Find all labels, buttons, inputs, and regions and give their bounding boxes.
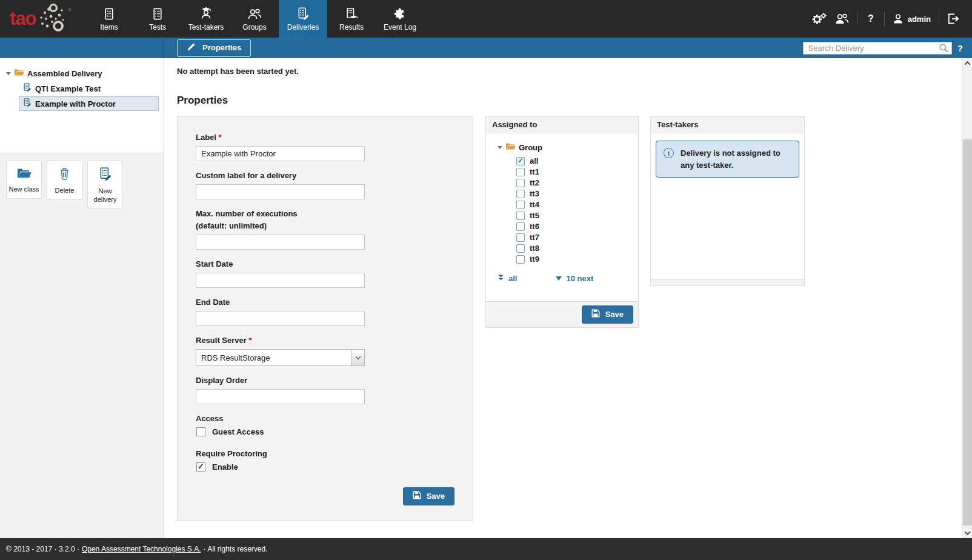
- attempt-notice: No attempt has been started yet.: [177, 67, 962, 76]
- checkbox-icon[interactable]: [516, 244, 525, 253]
- group-members: all tt1 tt2 tt3 tt4 tt5 tt6 tt7 tt8 tt9: [492, 153, 632, 264]
- tao-logo-burst-icon: [33, 2, 67, 36]
- assigned-option[interactable]: tt3: [516, 189, 632, 198]
- test-takers-footer: [651, 279, 804, 285]
- properties-button-label: Properties: [202, 43, 241, 52]
- guest-access-option[interactable]: Guest Access: [196, 427, 454, 436]
- nav-tab-deliveries[interactable]: Deliveries: [279, 0, 327, 38]
- trash-icon: [59, 167, 70, 182]
- test-takers-panel: Test-takers Delivery is not assigned to …: [650, 116, 805, 286]
- logout-icon[interactable]: [947, 13, 960, 24]
- tree-item-qti-example-test[interactable]: QTI Example Test: [19, 81, 159, 96]
- caret-down-icon[interactable]: [6, 72, 11, 75]
- panels-row: Label * Custom label for a delivery Max.…: [177, 116, 962, 521]
- help-button[interactable]: ?: [865, 13, 876, 24]
- save-button-label: Save: [605, 310, 624, 319]
- assigned-option[interactable]: tt9: [516, 255, 632, 264]
- display-order-input[interactable]: [196, 389, 365, 404]
- properties-button[interactable]: Properties: [177, 39, 251, 57]
- scroll-down-button[interactable]: [962, 528, 972, 538]
- option-label: tt4: [530, 200, 539, 209]
- assigned-option[interactable]: tt1: [516, 167, 632, 176]
- select-all-link[interactable]: all: [498, 274, 517, 283]
- option-label: tt3: [530, 189, 539, 198]
- info-message-box: Delivery is not assigned to any test-tak…: [656, 141, 799, 178]
- end-date-input[interactable]: [196, 311, 365, 326]
- page-title: Properties: [177, 95, 962, 107]
- new-class-folder-icon: [16, 167, 32, 181]
- search-icon[interactable]: [939, 43, 949, 56]
- field-hint: (default: unlimited): [196, 221, 454, 230]
- nav-tab-event-log[interactable]: Event Log: [376, 0, 424, 38]
- select-all-label: all: [508, 274, 517, 283]
- save-disk-icon: [413, 491, 421, 501]
- checkbox-icon[interactable]: [196, 427, 205, 436]
- checkbox-icon[interactable]: [516, 212, 525, 220]
- checkbox-icon[interactable]: [516, 201, 525, 209]
- nav-tab-groups[interactable]: Groups: [230, 0, 279, 38]
- chevron-down-icon[interactable]: [351, 350, 364, 365]
- action-buttons-row: New class Delete New delivery: [6, 161, 158, 208]
- required-asterisk: *: [248, 336, 251, 345]
- new-delivery-button[interactable]: New delivery: [87, 161, 123, 208]
- checkbox-icon[interactable]: [516, 222, 525, 231]
- load-more-label: 10 next: [566, 274, 593, 283]
- checkbox-icon[interactable]: [516, 168, 525, 176]
- tree-item-example-with-proctor[interactable]: Example with Proctor: [19, 96, 159, 111]
- assigned-save-button[interactable]: Save: [582, 305, 633, 324]
- delivery-properties-form: Label * Custom label for a delivery Max.…: [177, 116, 473, 521]
- delivery-tree: Assembled Delivery QTI Example Test Exam…: [0, 58, 164, 153]
- user-account-button[interactable]: admin: [893, 13, 931, 24]
- checkbox-checked-icon[interactable]: [516, 157, 525, 165]
- event-log-icon: [394, 7, 406, 20]
- assigned-option-all[interactable]: all: [516, 156, 632, 165]
- custom-label-input[interactable]: [196, 184, 365, 199]
- delete-button[interactable]: Delete: [47, 161, 82, 200]
- scroll-up-button[interactable]: [962, 58, 972, 68]
- checkbox-checked-icon[interactable]: [196, 462, 205, 472]
- assigned-option[interactable]: tt4: [516, 200, 632, 209]
- nav-tab-items[interactable]: Items: [85, 0, 133, 38]
- checkbox-icon[interactable]: [516, 255, 525, 264]
- content-region: Assembled Delivery QTI Example Test Exam…: [0, 58, 972, 538]
- new-class-button[interactable]: New class: [6, 161, 42, 199]
- scrollbar-thumb[interactable]: [963, 139, 972, 525]
- chevron-up-icon: [964, 61, 970, 67]
- checkbox-icon[interactable]: [516, 179, 525, 187]
- nav-tab-test-takers[interactable]: Test-takers: [182, 0, 230, 38]
- nav-tab-results[interactable]: Results: [327, 0, 376, 38]
- double-chevron-down-icon: [498, 274, 504, 283]
- caret-down-icon[interactable]: [498, 146, 502, 149]
- require-proctoring-option[interactable]: Enable: [196, 462, 454, 472]
- assigned-option[interactable]: tt8: [516, 244, 632, 253]
- tao-logo[interactable]: tao ®: [0, 0, 85, 38]
- required-asterisk: *: [219, 133, 222, 142]
- nav-tab-label: Deliveries: [287, 23, 319, 32]
- label-input[interactable]: [196, 146, 365, 161]
- vertical-scrollbar[interactable]: [962, 58, 972, 538]
- start-date-input[interactable]: [196, 273, 365, 288]
- max-executions-input[interactable]: [196, 235, 365, 250]
- assigned-option[interactable]: tt6: [516, 222, 632, 231]
- load-more-link[interactable]: 10 next: [556, 274, 593, 283]
- test-takers-header: Test-takers: [651, 117, 804, 133]
- nav-right-tools: ? admin: [812, 0, 972, 38]
- group-node[interactable]: Group: [492, 142, 632, 153]
- checkbox-icon[interactable]: [516, 233, 525, 242]
- search-help-button[interactable]: ?: [957, 43, 963, 53]
- checkbox-icon[interactable]: [516, 190, 525, 198]
- footer-bar: © 2013 - 2017 · 3.2.0 · Open Assessment …: [0, 538, 972, 560]
- settings-gears-icon[interactable]: [812, 12, 827, 25]
- oat-link[interactable]: Open Assessment Technologies S.A.: [82, 545, 201, 553]
- search-input[interactable]: [803, 42, 952, 55]
- pencil-icon: [187, 42, 196, 53]
- save-button[interactable]: Save: [403, 487, 454, 505]
- nav-tab-tests[interactable]: Tests: [133, 0, 182, 38]
- result-server-select[interactable]: RDS ResultStorage: [196, 349, 365, 366]
- tree-root-assembled-delivery[interactable]: Assembled Delivery: [6, 68, 159, 79]
- assigned-option[interactable]: tt2: [516, 178, 632, 187]
- assigned-option[interactable]: tt7: [516, 233, 632, 242]
- assigned-option[interactable]: tt5: [516, 211, 632, 220]
- option-label: tt6: [530, 222, 539, 231]
- user-management-icon[interactable]: [834, 13, 849, 25]
